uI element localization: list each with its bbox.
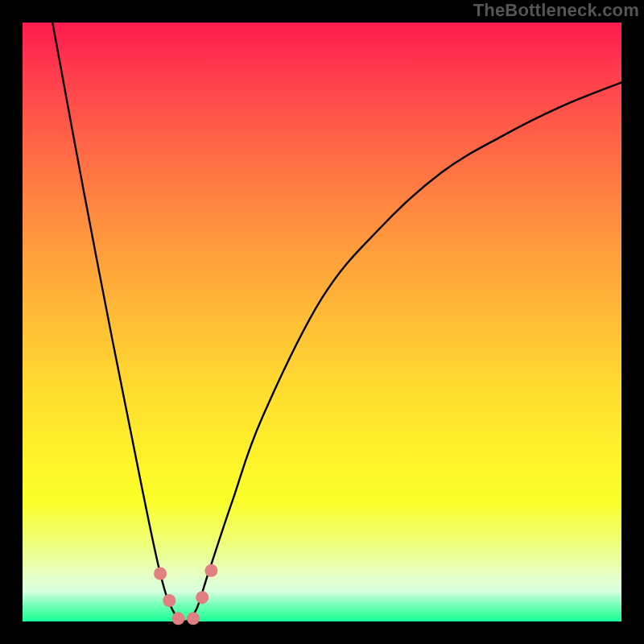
watermark-text: TheBottleneck.com — [473, 0, 639, 21]
marker-min-left — [171, 612, 184, 625]
bottleneck-curve — [52, 23, 621, 621]
marker-min-right — [187, 612, 200, 625]
marker-right-upper — [204, 564, 217, 577]
plot-area — [23, 23, 621, 621]
marker-left-lower — [163, 594, 175, 607]
chart-frame: TheBottleneck.com — [0, 0, 644, 644]
marker-group — [154, 564, 217, 625]
curve-layer — [23, 23, 621, 621]
marker-right-lower — [196, 591, 208, 604]
marker-left-upper — [154, 568, 167, 580]
